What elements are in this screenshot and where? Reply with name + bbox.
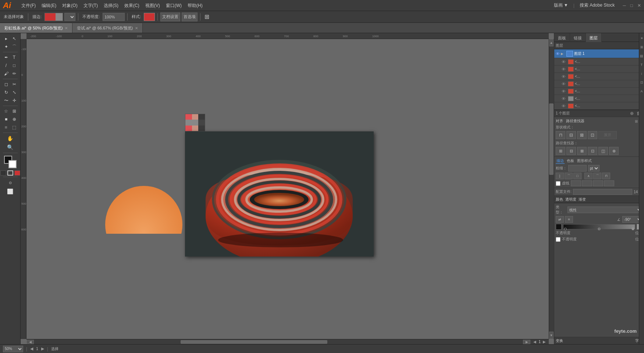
panel-tab-links[interactable]: 链接 [570,33,586,43]
eye-icon-sub3[interactable]: 👁 [562,74,567,79]
layer-row-sub7[interactable]: 👁 <... ○ [554,102,644,110]
shape-intersect-btn[interactable]: ⊠ [577,131,587,139]
next-art-btn[interactable]: ▶ [41,346,44,351]
menu-text[interactable]: 文字(T) [81,0,101,11]
paintbrush-tool[interactable]: 🖌 [2,70,10,78]
scroll-up-btn[interactable]: ▲ [549,39,554,46]
shape-tool[interactable]: □ [10,61,18,70]
stroke-weight-select[interactable] [64,13,75,21]
next-page-btn[interactable]: ▶ [543,340,546,344]
menu-select[interactable]: 选择(S) [101,0,121,11]
normal-mode-icon[interactable] [0,170,6,176]
stroke-weight-input[interactable] [568,165,587,172]
menu-edit[interactable]: 编辑(E) [39,0,59,11]
panel-tab-panel[interactable]: 面板 [554,33,570,43]
transparency-tab-label[interactable]: 透明度 [565,197,576,202]
grad-transparency-checkbox[interactable] [556,237,561,242]
scale-tool[interactable]: ⤡ [10,88,18,96]
shape-unite-btn[interactable]: ⊓ [556,131,565,139]
close-btn[interactable]: ✕ [637,3,641,8]
prev-page-btn[interactable]: ◀ [533,340,536,344]
expand-icon-layer1[interactable]: ▶ [561,52,565,56]
grad-reverse-btn[interactable]: ⇌ [556,216,564,223]
scroll-thumb-h[interactable] [181,340,327,344]
gradient-tab-label[interactable]: 渐变 [579,197,586,202]
warp-tool[interactable]: 〜 [2,96,10,105]
eyedropper-tool[interactable]: ⊕ [10,115,18,123]
type-tool[interactable]: T [10,53,18,61]
eraser-tool[interactable]: ◻ [2,80,10,88]
eye-icon-sub1[interactable]: 👁 [562,60,567,64]
maximize-btn[interactable]: □ [630,3,633,8]
eye-icon-sub6[interactable]: 👁 [562,96,567,101]
graphic-styles-tab[interactable]: 图形样式 [576,158,593,164]
preferences-btn[interactable]: 首选项 [182,13,198,21]
rotate-tool[interactable]: ↻ [2,88,10,96]
shape-exclude-btn[interactable]: ⊡ [588,131,597,139]
selection-tool[interactable]: ▸ [2,35,10,43]
join-round-btn[interactable]: ⌒ [593,173,601,179]
graph-tool[interactable]: ⊞ [10,107,18,115]
slice-tool[interactable]: ⌗ [2,123,10,131]
cap-round-btn[interactable]: ⌒ [565,173,573,179]
direct-selection-tool[interactable]: ↖ [10,35,18,43]
grad-stop-left[interactable] [564,228,566,230]
h-scrollbar[interactable]: ◀ ▶ ◀ 1 ▶ [26,339,549,344]
dash-checkbox[interactable] [556,181,561,186]
cap-square-btn[interactable]: □ [573,173,581,179]
menu-file[interactable]: 文件(F) [18,0,39,11]
layer-row-sub2[interactable]: 👁 <... ○ [554,66,644,73]
menu-window[interactable]: 窗口(W) [163,0,185,11]
gap-input-2[interactable] [604,180,614,186]
type-panel-icon[interactable]: T [639,61,644,68]
artboard-mode-btn[interactable]: ⬜ [2,187,18,195]
lasso-tool[interactable]: ⌒ [10,43,18,51]
hand-tool[interactable]: ✋ [2,134,18,142]
join-bevel-btn[interactable]: ⊓ [602,173,610,179]
scroll-thumb-v[interactable] [549,103,554,175]
grad-stop-mid[interactable] [598,228,600,230]
menu-help[interactable]: 帮助(H) [185,0,206,11]
zoom-tool[interactable]: 🔍 [2,143,18,151]
pf-divide-btn[interactable]: ⊞ [556,147,565,155]
puppet-tool[interactable]: ✛ [10,96,18,105]
shape-expand-btn[interactable]: 展开 [598,131,617,139]
pen-tool[interactable]: ✒ [2,53,10,61]
layer-row-sub1[interactable]: 👁 <... ○ [554,58,644,66]
minimize-btn[interactable]: ─ [623,3,626,8]
pencil-tool[interactable]: ✏ [10,70,18,78]
transform-panel-link[interactable]: 变换 [556,338,563,343]
layer-make-btn[interactable]: ⊕ [630,111,634,116]
shape-minus-btn[interactable]: ⊟ [566,131,576,139]
align-expand-icon[interactable]: ⊞ [635,119,638,123]
background-color[interactable] [8,160,17,168]
dash-input-2[interactable] [593,180,603,186]
magic-wand-tool[interactable]: ✦ [2,43,10,51]
panel-tab-layers[interactable]: 图层 [586,33,602,43]
cap-butt-btn[interactable]: | [556,173,564,179]
gradient-mode-icon[interactable] [14,170,20,176]
eye-icon-sub2[interactable]: 👁 [562,67,567,71]
tab-test[interactable]: 尝试.ai* @ 66.67% (RGB/预览) ✕ [72,23,143,33]
layer-row-sub5[interactable]: 👁 <... ○ [554,88,644,95]
tab-rainbow[interactable]: 彩虹线条.ai* @ 50% (RGB/预览) ✕ [0,23,72,33]
grad-color-swatch-dark[interactable] [556,224,562,230]
join-miter-btn[interactable]: ∧ [584,173,593,179]
grad-type-select[interactable]: 线性 [567,206,643,213]
workspace-selector[interactable]: 版画 ▼ [552,2,570,8]
brightness-panel-icon[interactable]: ☀ [639,35,644,42]
layer-row-sub6[interactable]: 👁 <... ○ [554,95,644,102]
layers-panel-icon[interactable]: ▤ [639,52,644,60]
pf-merge-btn[interactable]: ⊠ [577,147,587,155]
symbol-tool[interactable]: ☆ [2,107,10,115]
gradient-bar[interactable] [563,224,635,229]
menu-object[interactable]: 对象(O) [59,0,80,11]
stroke-file-input[interactable] [573,189,632,195]
align-icons[interactable]: ⊞ [203,13,211,21]
dash-input-1[interactable] [571,180,581,186]
pf-minus-btn[interactable]: ⊗ [609,147,619,155]
prev-art-btn[interactable]: ◀ [30,346,33,351]
char-panel-icon[interactable]: A [639,88,644,95]
grad-stop-right[interactable] [632,228,634,230]
pf-trim-btn[interactable]: ⊟ [566,147,576,155]
